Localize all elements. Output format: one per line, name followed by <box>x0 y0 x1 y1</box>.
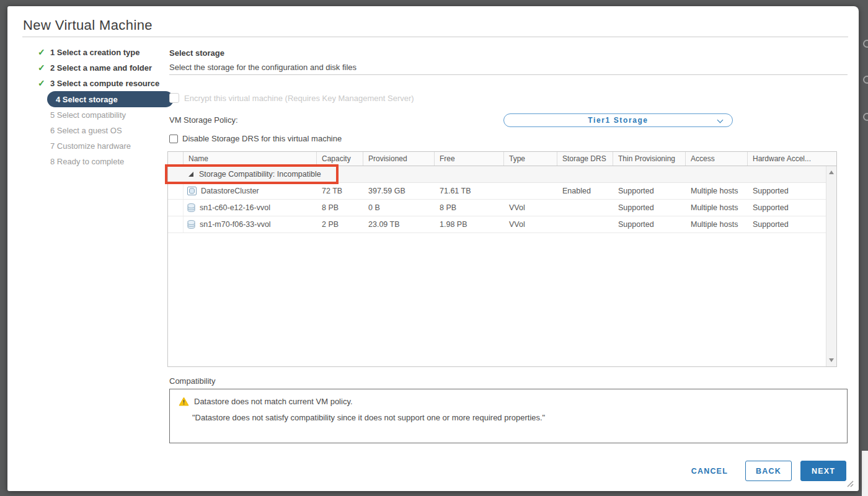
datastore-capacity: 8 PB <box>317 200 363 216</box>
datastore-provisioned: 397.59 GB <box>363 183 435 199</box>
wizard-step-label: 4 Select storage <box>56 95 118 104</box>
wizard-step-label: 5 Select compatibility <box>50 110 126 120</box>
column-header-capacity[interactable]: Capacity <box>317 152 363 166</box>
column-header-access[interactable]: Access <box>686 152 748 166</box>
warning-title: Datastore does not match current VM poli… <box>194 397 353 406</box>
vm-storage-policy-value: Tier1 Storage <box>588 116 648 125</box>
table-scrollbar[interactable] <box>826 166 836 366</box>
datastore-type <box>504 183 557 199</box>
scroll-down-icon[interactable] <box>829 358 834 362</box>
datastore-thin-provisioning: Supported <box>613 200 686 216</box>
datastore-free: 8 PB <box>435 200 504 216</box>
datastore-cluster-icon <box>187 187 197 195</box>
datastore-icon <box>187 220 195 229</box>
datastore-access: Multiple hosts <box>686 183 748 199</box>
background-partial-icon <box>863 76 868 84</box>
storage-compatibility-group-row[interactable]: Storage Compatibility: Incompatible <box>168 166 826 183</box>
encrypt-vm-label: Encrypt this virtual machine (Requires K… <box>184 94 414 103</box>
datastore-access: Multiple hosts <box>686 216 748 232</box>
compatibility-warning-box: Datastore does not match current VM poli… <box>169 389 848 443</box>
datastore-type: VVol <box>504 200 557 216</box>
vm-storage-policy-dropdown[interactable]: Tier1 Storage <box>503 113 733 127</box>
page-title: Select storage <box>169 48 224 58</box>
wizard-step-6[interactable]: 6 Select a guest OS <box>22 123 168 138</box>
datastore-capacity: 72 TB <box>317 183 363 199</box>
warning-detail: "Datastore does not satisfy compatibilit… <box>192 413 545 422</box>
table-row-vvol-datastore[interactable]: sn1-m70-f06-33-vvol 2 PB 23.09 TB 1.98 P… <box>168 216 826 233</box>
table-row-vvol-datastore[interactable]: sn1-c60-e12-16-vvol 8 PB 0 B 8 PB VVol S… <box>168 200 826 216</box>
group-expanded-triangle-icon <box>188 172 193 177</box>
datastore-provisioned: 23.09 TB <box>363 216 435 232</box>
dialog-resize-handle[interactable] <box>845 479 854 487</box>
vm-storage-policy-label: VM Storage Policy: <box>169 115 238 125</box>
column-header-type[interactable]: Type <box>504 152 557 166</box>
datastore-hardware-accel: Supported <box>748 216 826 232</box>
content-divider <box>169 74 848 75</box>
table-row-datastore-cluster[interactable]: DatastoreCluster 72 TB 397.59 GB 71.61 T… <box>168 183 826 200</box>
datastore-hardware-accel: Supported <box>748 200 826 216</box>
scroll-up-icon[interactable] <box>829 170 834 174</box>
column-header-hardware-accel[interactable]: Hardware Accel... <box>748 152 836 166</box>
wizard-step-label: 1 Select a creation type <box>50 48 140 57</box>
next-button[interactable]: NEXT <box>800 461 846 481</box>
wizard-step-3[interactable]: ✓ 3 Select a compute resource <box>22 76 168 91</box>
wizard-step-label: 7 Customize hardware <box>50 141 131 151</box>
wizard-footer: CANCEL BACK NEXT <box>691 461 846 481</box>
chevron-down-icon <box>717 117 724 123</box>
wizard-step-label: 2 Select a name and folder <box>50 63 152 73</box>
datastore-storage-drs <box>557 216 613 232</box>
wizard-step-2[interactable]: ✓ 2 Select a name and folder <box>22 60 168 76</box>
column-header-thin-provisioning[interactable]: Thin Provisioning <box>613 152 686 166</box>
datastore-storage-drs <box>557 200 613 216</box>
column-header-name[interactable]: Name <box>184 152 317 166</box>
column-header-free[interactable]: Free <box>435 152 504 166</box>
datastore-storage-drs: Enabled <box>557 183 613 199</box>
background-partial-icon <box>863 113 868 121</box>
datastore-type: VVol <box>504 216 557 232</box>
step-complete-check-icon: ✓ <box>38 78 45 88</box>
row-handle-cell <box>168 183 184 199</box>
wizard-step-label: 3 Select a compute resource <box>50 79 159 88</box>
step-content-pane: Select storage Select the storage for th… <box>169 43 848 415</box>
back-button[interactable]: BACK <box>745 461 792 481</box>
wizard-steps-nav: ✓ 1 Select a creation type ✓ 2 Select a … <box>22 45 168 169</box>
datastore-thin-provisioning: Supported <box>613 216 686 232</box>
datastore-access: Multiple hosts <box>686 200 748 216</box>
column-header-provisioned[interactable]: Provisioned <box>363 152 435 166</box>
datastore-table-header: Name Capacity Provisioned Free Type Stor… <box>167 151 837 166</box>
wizard-step-label: 8 Ready to complete <box>50 157 124 166</box>
title-divider <box>22 37 848 37</box>
new-vm-wizard-dialog: New Virtual Machine ✓ 1 Select a creatio… <box>7 6 859 491</box>
row-handle-cell <box>168 200 184 216</box>
wizard-step-4-current[interactable]: 4 Select storage <box>47 91 174 107</box>
disable-drs-checkbox[interactable] <box>169 135 178 143</box>
encrypt-vm-checkbox <box>169 93 179 103</box>
wizard-step-8[interactable]: 8 Ready to complete <box>22 154 168 169</box>
datastore-name: sn1-m70-f06-33-vvol <box>200 220 271 229</box>
column-header-storage-drs[interactable]: Storage DRS <box>557 152 613 166</box>
dialog-title: New Virtual Machine <box>23 17 153 33</box>
warning-icon <box>179 397 189 406</box>
disable-drs-row: Disable Storage DRS for this virtual mac… <box>169 134 342 143</box>
wizard-step-label: 6 Select a guest OS <box>50 126 122 135</box>
datastore-name: sn1-c60-e12-16-vvol <box>200 203 270 212</box>
datastore-free: 71.61 TB <box>435 183 504 199</box>
datastore-provisioned: 0 B <box>363 200 435 216</box>
datastore-name: DatastoreCluster <box>201 187 259 195</box>
wizard-step-1[interactable]: ✓ 1 Select a creation type <box>22 45 168 60</box>
datastore-free: 1.98 PB <box>435 216 504 232</box>
datastore-table: Name Capacity Provisioned Free Type Stor… <box>167 151 837 367</box>
row-handle-cell <box>168 216 184 232</box>
datastore-icon <box>187 203 195 212</box>
column-header-handle <box>168 152 184 166</box>
step-complete-check-icon: ✓ <box>38 63 45 73</box>
wizard-step-7[interactable]: 7 Customize hardware <box>22 138 168 154</box>
page-subtitle: Select the storage for the configuration… <box>169 63 356 72</box>
datastore-thin-provisioning: Supported <box>613 183 686 199</box>
step-complete-check-icon: ✓ <box>38 47 45 57</box>
cancel-button[interactable]: CANCEL <box>691 467 728 476</box>
wizard-step-5[interactable]: 5 Select compatibility <box>22 107 168 123</box>
disable-drs-label: Disable Storage DRS for this virtual mac… <box>182 134 342 143</box>
background-partial-icon <box>863 40 868 48</box>
group-row-label: Storage Compatibility: Incompatible <box>199 170 321 179</box>
